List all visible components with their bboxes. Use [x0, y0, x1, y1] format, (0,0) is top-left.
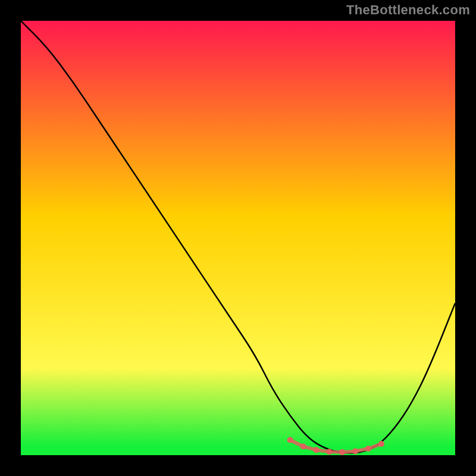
marker-dot — [352, 448, 358, 454]
marker-dot — [378, 441, 384, 447]
plot-area — [21, 21, 455, 455]
marker-dot — [365, 446, 371, 452]
gradient-background — [21, 21, 455, 455]
marker-dot — [313, 447, 319, 453]
marker-dot — [326, 449, 332, 455]
marker-dot — [287, 437, 293, 443]
marker-dot — [300, 443, 306, 449]
watermark-text: TheBottleneck.com — [346, 2, 470, 18]
marker-dot — [339, 449, 345, 455]
chart-svg — [21, 21, 455, 455]
chart-frame: TheBottleneck.com — [0, 0, 476, 476]
